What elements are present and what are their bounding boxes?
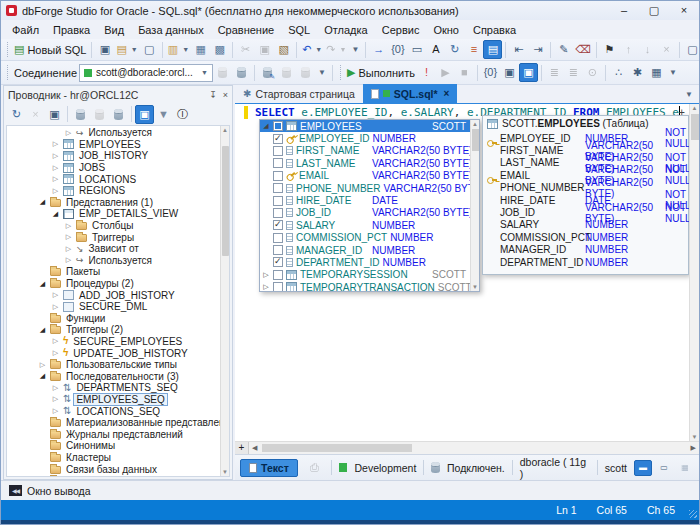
autocomplete-row[interactable]: COMMISSION_PCTNUMBER [260,232,470,244]
toolbar-grip[interactable] [7,42,8,57]
tree-item[interactable]: Связи базы данных [7,463,220,475]
query-plan-window-button[interactable]: ▣ [519,63,538,82]
menu-Сравнение[interactable]: Сравнение [211,22,282,38]
new-window-button[interactable]: ▣ [95,40,114,59]
autocomplete-row[interactable]: LAST_NAMEVARCHAR2(50 BYTE) [260,157,470,169]
toolbar-grip[interactable] [7,65,8,80]
scroll-left-icon[interactable]: ◀ [249,444,260,452]
maximize-button[interactable]: ▢ [639,2,669,19]
tab-list-dropdown-icon[interactable]: ▼ [685,90,699,103]
tree-item[interactable]: Пакеты [7,266,220,278]
scroll-right-icon[interactable]: ▶ [688,444,699,452]
expander-icon[interactable]: ▷ [51,407,60,415]
expander-icon[interactable]: ▷ [51,384,60,392]
session-settings-button[interactable]: ✱ [628,63,647,82]
checkbox[interactable] [273,134,283,144]
tree-item[interactable]: ▷⇅EMPLOYEES_SEQ [7,394,220,406]
clear-bookmarks-button[interactable]: × [657,40,676,59]
new-sql-button[interactable]: ▤Новый SQL [12,40,88,59]
db-edit-button[interactable] [258,63,277,82]
tree-item[interactable]: ▷JOBS [7,162,220,174]
layout-split-button[interactable]: ▭ [655,460,673,476]
expander-icon[interactable]: ▷ [51,140,60,148]
menu-Правка[interactable]: Правка [46,22,97,38]
tree-item[interactable]: ▷⇅DEPARTMENTS_SEQ [7,382,220,394]
tab-close-icon[interactable]: × [444,88,450,99]
scroll-thumb[interactable] [262,444,412,452]
checkbox[interactable] [273,196,283,206]
tree-item[interactable]: Журналы представлений [7,428,220,440]
expander-icon[interactable]: ▷ [51,164,60,172]
expander-icon[interactable]: ◢ [38,372,47,380]
execute-button[interactable]: ▶Выполнить [345,63,417,82]
scroll-up-icon[interactable]: ▲ [221,127,229,133]
text-view-button[interactable]: Текст [240,459,298,477]
menu-Окно[interactable]: Окно [426,22,466,38]
selection-mode-button[interactable]: ▭ [407,40,426,59]
tree-item[interactable]: ▷JOB_HISTORY [7,150,220,162]
parameters-button[interactable]: {0} [481,63,500,82]
scroll-down-icon[interactable]: ▼ [471,284,479,290]
print-button[interactable]: ⎙ [305,458,324,477]
connection-state-label[interactable]: Подключен. [447,462,505,474]
parameter-info-button[interactable]: {0} [388,40,407,59]
format-dots-button[interactable]: ∴ [609,63,628,82]
checkbox[interactable] [273,270,283,280]
menu-База данных[interactable]: База данных [131,22,211,38]
add-file-button[interactable]: ▥▼ [166,40,191,59]
expander-icon[interactable]: ▷ [51,395,60,403]
expander-icon[interactable]: ▷ [51,349,60,357]
output-window-tab[interactable]: ◀◀ Окно вывода [1,480,699,500]
tree-item[interactable]: ▷↘Зависит от [7,243,220,255]
tree-item[interactable]: ◢EMP_DETAILS_VIEW [7,208,220,220]
autocomplete-row[interactable]: MANAGER_IDNUMBER [260,244,470,256]
scroll-down-icon[interactable]: ▼ [221,469,229,475]
tree-item[interactable]: ▷REGIONS [7,185,220,197]
toolbar-overflow-icon[interactable]: ▼ [666,68,680,77]
user-label[interactable]: scott [605,462,627,474]
history-button[interactable]: ⊙ [583,63,602,82]
cut-button[interactable]: ✂ [236,40,255,59]
split-editor-icon[interactable]: + [235,442,249,454]
popup-scrollbar[interactable]: ▲ ▼ [470,120,479,291]
tree-item[interactable]: Функции [7,313,220,325]
layout-single-button[interactable]: ▬ [634,460,652,476]
checkbox[interactable] [273,282,283,291]
toolbar-grip[interactable] [340,65,341,80]
tree-item[interactable]: ▷ADD_JOB_HISTORY [7,289,220,301]
save-button[interactable]: ▦ [191,40,210,59]
db-disconnect-button[interactable] [213,63,232,82]
results-grid-button[interactable]: ▦ [647,63,666,82]
menu-SQL[interactable]: SQL [281,22,317,38]
minimize-button[interactable]: – [609,2,639,19]
tree-scrollbar[interactable]: ▲ ▼ [220,126,229,476]
new-connection-button[interactable] [71,105,90,124]
checkbox[interactable] [273,121,283,131]
expander-icon[interactable]: ▷ [51,337,60,345]
autocomplete-row[interactable]: SALARYNUMBER [260,219,470,231]
editor-scrollbar[interactable]: ▲ ▼ [689,104,699,441]
profiler-compare-button[interactable]: ≣ [564,63,583,82]
expander-icon[interactable]: ▷ [64,256,73,264]
tree-item[interactable]: ◢Процедуры (2) [7,278,220,290]
tree-item[interactable]: ◢Последовательности (3) [7,370,220,382]
redo-button[interactable]: ↷▼ [324,40,348,59]
format-document-button[interactable]: ▤ [483,40,502,59]
tree-item[interactable]: ▷⇅LOCATIONS_SEQ [7,405,220,417]
scroll-down-icon[interactable]: ▼ [690,434,699,440]
query-plan-button[interactable]: ▣ [500,63,519,82]
prev-bookmark-button[interactable]: ↑ [619,40,638,59]
goto-line-button[interactable]: → [369,40,388,59]
scroll-thumb[interactable] [472,129,479,151]
checkbox[interactable] [273,171,283,181]
scroll-thumb[interactable] [691,114,699,140]
expander-icon[interactable]: ▷ [64,129,73,137]
menu-Справка[interactable]: Справка [466,22,523,38]
paste-button[interactable]: ▧ [274,40,293,59]
debug-run-button[interactable]: ▶ [436,63,455,82]
expander-icon[interactable]: ◢ [38,280,47,288]
autocomplete-row[interactable]: EMPLOYEE_IDNUMBER [260,132,470,144]
db-delete-button[interactable] [296,63,315,82]
server-label[interactable]: dboracle ( 11g ) [520,456,590,480]
expander-icon[interactable]: ▷ [51,291,60,299]
